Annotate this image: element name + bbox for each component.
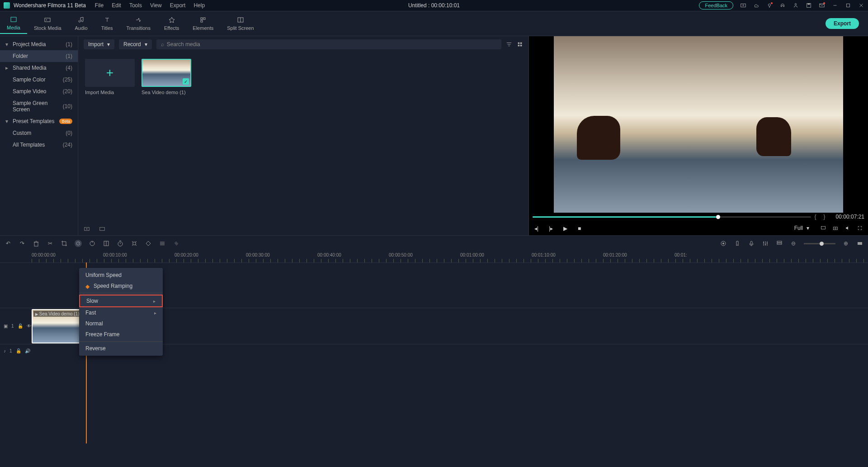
- motion-tracking-icon[interactable]: [131, 240, 138, 247]
- save-icon[interactable]: [806, 2, 812, 9]
- menu-edit[interactable]: Edit: [112, 2, 121, 9]
- svg-point-26: [92, 242, 93, 243]
- import-media-tile[interactable]: + Import Media: [85, 59, 135, 95]
- timeline-ruler[interactable]: 00:00:00:00 00:00:10:00 00:00:20:00 00:0…: [0, 251, 868, 262]
- menu-normal[interactable]: Normal: [79, 318, 163, 329]
- tab-split-screen[interactable]: Split Screen: [220, 14, 260, 33]
- preview-timecode: 00:00:07:21: [836, 214, 864, 220]
- redo-icon[interactable]: ↷: [19, 240, 26, 247]
- menu-help[interactable]: Help: [193, 2, 205, 9]
- mute-icon[interactable]: 🔊: [25, 348, 30, 353]
- next-frame-icon[interactable]: |▸: [549, 225, 554, 231]
- sidebar-sample-video[interactable]: Sample Video(20): [0, 86, 78, 97]
- quality-dropdown[interactable]: Full ▾: [790, 223, 814, 233]
- tab-media[interactable]: Media: [0, 13, 27, 34]
- monitor-icon[interactable]: [821, 225, 826, 231]
- menu-slow[interactable]: Slow▸: [79, 295, 163, 307]
- color-icon[interactable]: [89, 240, 96, 247]
- tab-titles[interactable]: Titles: [94, 14, 120, 33]
- sidebar-sample-color[interactable]: Sample Color(25): [0, 74, 78, 86]
- keyframe-icon[interactable]: [145, 240, 152, 247]
- tab-audio[interactable]: Audio: [68, 14, 94, 33]
- search-icon: ⌕: [161, 41, 164, 48]
- tab-stock-media[interactable]: Stock Media: [27, 14, 68, 33]
- fullscreen-icon[interactable]: [857, 225, 863, 231]
- sidebar-all-templates[interactable]: All Templates(24): [0, 139, 78, 151]
- menu-reverse[interactable]: Reverse: [79, 343, 163, 354]
- audio-detach-icon[interactable]: [173, 240, 180, 247]
- sidebar-shared-media[interactable]: ▸Shared Media(4): [0, 62, 78, 74]
- tab-elements[interactable]: Elements: [186, 14, 220, 33]
- svg-rect-6: [847, 4, 850, 7]
- headset-icon[interactable]: [779, 2, 786, 9]
- crop-icon[interactable]: [61, 240, 68, 247]
- zoom-slider[interactable]: [804, 243, 835, 244]
- cloud-icon[interactable]: [753, 2, 760, 9]
- sidebar-folder[interactable]: Folder(1): [0, 50, 78, 62]
- adjust-icon[interactable]: [159, 240, 166, 247]
- track-manager-icon[interactable]: [776, 240, 783, 247]
- svg-rect-20: [821, 226, 826, 229]
- green-screen-icon[interactable]: [103, 240, 110, 247]
- filter-icon[interactable]: [506, 41, 512, 48]
- audio-track-icon: ♪: [4, 348, 6, 353]
- record-dropdown[interactable]: Record▾: [119, 39, 152, 49]
- zoom-in-icon[interactable]: ⊕: [842, 240, 849, 247]
- marker-in[interactable]: {: [815, 214, 816, 220]
- svg-rect-7: [11, 17, 16, 22]
- menu-view[interactable]: View: [150, 2, 162, 9]
- visibility-icon[interactable]: 👁: [27, 324, 31, 329]
- menu-export[interactable]: Export: [170, 2, 186, 9]
- lock-icon[interactable]: 🔓: [18, 324, 23, 329]
- snapshot-icon[interactable]: [833, 225, 838, 231]
- export-button[interactable]: Export: [826, 18, 859, 29]
- zoom-out-icon[interactable]: ⊖: [790, 240, 797, 247]
- sidebar-custom[interactable]: Custom(0): [0, 127, 78, 139]
- menu-freeze-frame[interactable]: Freeze Frame: [79, 329, 163, 340]
- import-dropdown[interactable]: Import▾: [84, 39, 114, 49]
- export-queue-icon[interactable]: [740, 2, 746, 9]
- delete-icon[interactable]: [33, 240, 40, 247]
- media-clip-1[interactable]: ✓ Sea Video demo (1): [142, 59, 191, 95]
- menu-uniform-speed[interactable]: Uniform Speed: [79, 270, 163, 281]
- undo-icon[interactable]: ↶: [5, 240, 12, 247]
- mixer-icon[interactable]: [762, 240, 769, 247]
- mail-icon[interactable]: [819, 2, 825, 9]
- add-folder-icon[interactable]: [84, 225, 90, 232]
- user-icon[interactable]: [793, 2, 799, 9]
- grid-view-icon[interactable]: [517, 41, 523, 48]
- svg-rect-14: [518, 42, 520, 44]
- sidebar-preset-templates[interactable]: ▾Preset TemplatesBeta: [0, 115, 78, 127]
- render-icon[interactable]: [720, 240, 727, 247]
- marker-out[interactable]: }: [824, 214, 826, 220]
- volume-icon[interactable]: [845, 225, 850, 231]
- svg-rect-37: [777, 243, 782, 244]
- menu-fast[interactable]: Fast▸: [79, 307, 163, 318]
- marker-icon[interactable]: [734, 240, 741, 247]
- voiceover-icon[interactable]: [748, 240, 755, 247]
- duration-icon[interactable]: [117, 240, 124, 247]
- menu-speed-ramping[interactable]: ◆Speed Ramping: [79, 281, 163, 291]
- menu-file[interactable]: File: [95, 2, 104, 9]
- play-icon[interactable]: ▶: [563, 225, 569, 231]
- svg-rect-19: [100, 227, 105, 230]
- folder-icon[interactable]: [99, 225, 105, 232]
- cut-icon[interactable]: ✂: [47, 240, 54, 247]
- lock-icon[interactable]: 🔓: [16, 348, 21, 353]
- minimize-icon[interactable]: [832, 2, 838, 9]
- tab-transitions[interactable]: Transitions: [120, 14, 157, 33]
- maximize-icon[interactable]: [845, 2, 851, 9]
- sidebar-project-media[interactable]: ▾Project Media(1): [0, 38, 78, 50]
- menu-tools[interactable]: Tools: [129, 2, 142, 9]
- close-icon[interactable]: [858, 2, 864, 9]
- lightbulb-icon[interactable]: [766, 2, 773, 9]
- feedback-button[interactable]: FeedBack: [699, 1, 733, 10]
- stop-icon[interactable]: ■: [578, 225, 583, 231]
- preview-scrubber[interactable]: [533, 216, 811, 218]
- zoom-fit-icon[interactable]: [856, 240, 863, 247]
- speed-icon[interactable]: [75, 240, 82, 247]
- search-input[interactable]: ⌕Search media: [156, 39, 501, 49]
- tab-effects[interactable]: Effects: [157, 14, 186, 33]
- sidebar-sample-green[interactable]: Sample Green Screen(10): [0, 97, 78, 115]
- prev-frame-icon[interactable]: ◂|: [534, 225, 540, 231]
